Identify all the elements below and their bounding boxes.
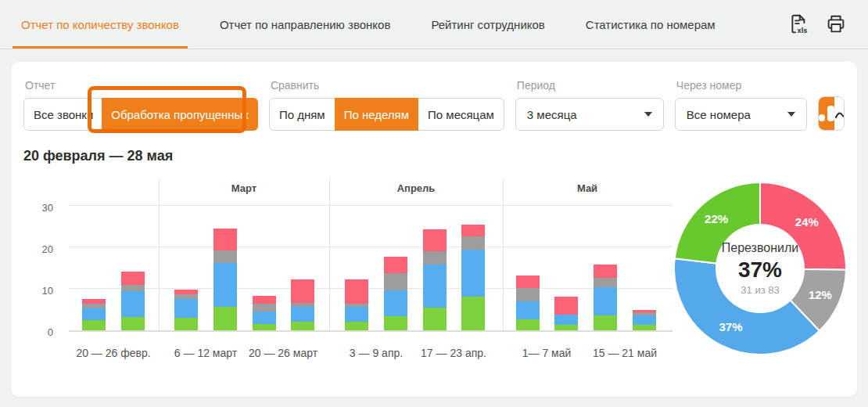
filter-report-label: Отчет <box>25 79 258 92</box>
filter-period: Период 3 месяца <box>515 79 664 131</box>
report-option-all-calls[interactable]: Все звонки <box>24 99 102 130</box>
via-number-select[interactable]: Все номера <box>675 98 807 131</box>
filters-row: Отчет Все звонкиОбработка пропущенных Ср… <box>11 62 857 131</box>
bar-stack <box>345 279 368 330</box>
x-axis-label: 3 — 9 апр. <box>350 347 403 359</box>
top-bar: Отчет по количеству звонковОтчет по напр… <box>0 0 868 49</box>
month-separator <box>329 179 330 330</box>
donut-slice-label: 37% <box>719 320 742 333</box>
line-chart-icon <box>834 107 845 120</box>
filter-compare: Сравнить По днямПо неделямПо месяцам <box>269 79 504 131</box>
xls-export-icon[interactable]: xls <box>785 13 809 36</box>
bar-segment-blue <box>213 263 237 307</box>
date-range-title: 20 февраля — 28 мая <box>23 148 857 164</box>
bar-segment-gray <box>253 304 276 312</box>
bar-stack <box>633 310 656 330</box>
bar-segment-gray <box>461 236 485 250</box>
x-axis-label: 20 — 26 март <box>249 347 317 359</box>
donut-slice-label: 12% <box>809 288 832 301</box>
bar-segment-red <box>291 279 314 303</box>
tab-stats-by-numbers[interactable]: Статистика по номерам <box>577 0 724 49</box>
toolbar-icons: xls <box>785 0 848 49</box>
bar-segment-red <box>516 276 540 288</box>
bar-segment-blue <box>253 312 276 324</box>
month-label: Март <box>231 182 256 194</box>
compare-option-by-weeks[interactable]: По неделям <box>335 98 418 131</box>
tab-bar: Отчет по количеству звонковОтчет по напр… <box>13 0 748 49</box>
y-axis-label: 20 <box>42 243 53 255</box>
bar-segment-blue <box>121 291 145 317</box>
bar-segment-gray <box>121 285 145 291</box>
bar-stack <box>423 229 447 330</box>
bar-segment-red <box>384 257 407 273</box>
bar-stack <box>213 229 237 330</box>
bar-segment-blue <box>384 290 407 316</box>
bar-segment-green <box>121 317 145 330</box>
bar-segment-blue <box>554 315 578 325</box>
bar-stack <box>291 279 314 330</box>
bar-segment-red <box>594 265 617 278</box>
bar-segment-green <box>554 325 578 330</box>
bar-segment-blue <box>633 315 656 325</box>
bar-segment-gray <box>423 251 447 265</box>
x-axis-label: 17 — 23 апр. <box>421 347 486 359</box>
bar-segment-gray <box>213 250 237 263</box>
filter-report: Отчет Все звонкиОбработка пропущенных <box>23 79 258 131</box>
compare-option-by-months[interactable]: По месяцам <box>418 99 504 130</box>
bar-segment-green <box>384 316 407 330</box>
tab-employee-rating[interactable]: Рейтинг сотрудников <box>422 0 553 49</box>
tab-report-by-call-count[interactable]: Отчет по количеству звонков <box>13 0 188 49</box>
bar-stack <box>253 296 276 330</box>
bar-segment-green <box>516 319 540 330</box>
bar-segment-green <box>461 297 485 330</box>
filter-via-number-label: Через номер <box>676 79 807 92</box>
bar-segment-red <box>554 297 578 315</box>
bar-chart-icon <box>819 106 834 121</box>
bar-segment-green <box>174 318 198 330</box>
donut-slice-label: 22% <box>705 212 728 225</box>
month-label: Май <box>577 182 597 194</box>
bar-segment-red <box>423 229 447 251</box>
bar-segment-red <box>253 296 276 304</box>
bar-segment-red <box>345 279 368 303</box>
y-axis-label: 0 <box>48 326 53 338</box>
report-option-missed-processing[interactable]: Обработка пропущенных <box>102 98 258 131</box>
bar-segment-blue <box>82 308 106 320</box>
month-separator <box>159 179 160 330</box>
y-axis-label: 30 <box>42 202 53 214</box>
bar-segment-green <box>594 315 617 330</box>
period-select-value: 3 месяца <box>527 108 577 121</box>
filter-period-label: Период <box>517 79 664 92</box>
print-icon[interactable] <box>824 13 848 36</box>
svg-text:xls: xls <box>797 27 807 34</box>
bar-segment-blue <box>345 307 368 322</box>
donut-svg: 24%12%37%22% <box>673 181 848 356</box>
bar-stack <box>516 276 540 330</box>
period-select[interactable]: 3 месяца <box>515 98 664 131</box>
bar-stack <box>121 272 145 330</box>
bar-chart: 0102030 МартАпрельМай 20 — 26 февр.6 — 1… <box>23 179 673 375</box>
via-number-select-value: Все номера <box>687 108 751 121</box>
tab-report-by-call-direction[interactable]: Отчет по направлению звонков <box>211 0 399 49</box>
report-card: Отчет Все звонкиОбработка пропущенных Ср… <box>11 62 857 397</box>
filter-compare-label: Сравнить <box>271 79 504 92</box>
month-label: Апрель <box>397 182 436 194</box>
x-axis-label: 15 — 21 май <box>593 347 657 359</box>
bar-segment-red <box>121 272 145 285</box>
month-separator <box>503 179 504 330</box>
x-axis-label: 6 — 12 март <box>174 347 237 359</box>
donut-hole <box>716 224 805 313</box>
bar-segment-green <box>345 322 368 330</box>
bar-segment-blue <box>516 301 540 319</box>
x-axis: 20 — 26 февр.6 — 12 март20 — 26 март3 — … <box>69 347 673 362</box>
bar-segment-green <box>213 307 237 330</box>
bar-segment-red <box>213 229 237 250</box>
compare-option-by-days[interactable]: По дням <box>270 99 335 130</box>
bar-segment-blue <box>461 250 485 297</box>
report-segmented-control: Все звонкиОбработка пропущенных <box>23 98 258 131</box>
bar-segment-gray <box>384 273 407 290</box>
bar-view-button[interactable] <box>819 97 834 130</box>
bar-stack <box>461 225 485 330</box>
chart-type-toggle <box>818 96 845 131</box>
line-view-button[interactable] <box>834 97 845 130</box>
